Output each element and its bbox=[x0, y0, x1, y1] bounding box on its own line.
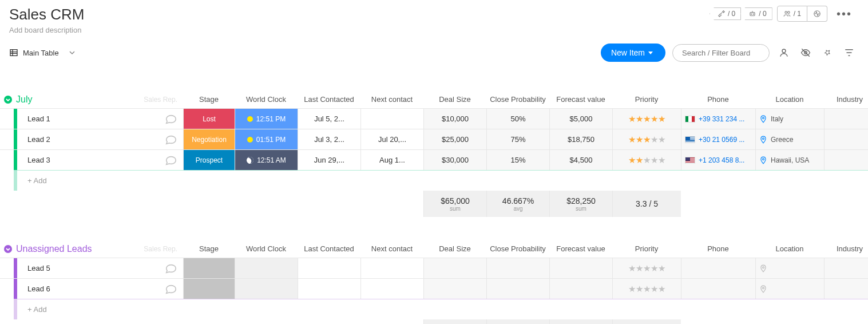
forecast-value-cell[interactable] bbox=[549, 279, 612, 299]
view-selector[interactable]: Main Table bbox=[9, 48, 75, 57]
more-menu[interactable]: ••• bbox=[832, 7, 857, 21]
phone-cell[interactable] bbox=[681, 279, 755, 299]
deal-size-cell[interactable]: $10,000 bbox=[423, 109, 486, 129]
chat-icon[interactable] bbox=[165, 113, 177, 125]
group-toggle[interactable]: JulySales Rep. bbox=[0, 94, 183, 105]
column-header[interactable]: Priority bbox=[612, 90, 681, 108]
world-clock-cell[interactable] bbox=[235, 279, 298, 299]
activity-badge[interactable] bbox=[807, 6, 827, 22]
table-row[interactable]: Lead 6★★★★★ bbox=[0, 278, 868, 299]
item-name-cell[interactable]: Lead 6 bbox=[14, 279, 183, 299]
phone-cell[interactable] bbox=[681, 258, 755, 278]
world-clock-cell[interactable] bbox=[235, 258, 298, 278]
column-header[interactable]: Location bbox=[755, 90, 824, 108]
location-cell[interactable] bbox=[755, 258, 824, 278]
last-contacted-cell[interactable]: Jul 5, 2... bbox=[298, 109, 360, 129]
table-row[interactable]: Lead 2Negotiation01:51 PMJul 3, 2...Jul … bbox=[0, 129, 868, 149]
column-header[interactable]: Priority bbox=[612, 240, 681, 258]
stage-cell[interactable] bbox=[183, 279, 235, 299]
column-header[interactable]: Phone bbox=[681, 90, 755, 108]
last-contacted-cell[interactable]: Jun 29,... bbox=[298, 150, 360, 170]
column-header[interactable]: Industry bbox=[824, 240, 868, 258]
location-cell[interactable]: Hawaii, USA bbox=[755, 150, 824, 170]
table-row[interactable]: Lead 3Prospect12:51 AMJun 29,...Aug 1...… bbox=[0, 149, 868, 170]
priority-cell[interactable]: ★★★★★ bbox=[612, 129, 681, 149]
deal-size-cell[interactable]: $25,000 bbox=[423, 129, 486, 149]
priority-cell[interactable]: ★★★★★ bbox=[612, 109, 681, 129]
column-header[interactable]: Close Probability bbox=[486, 240, 549, 258]
column-header[interactable]: Deal Size bbox=[423, 90, 486, 108]
item-name-cell[interactable]: Lead 1 bbox=[14, 109, 183, 129]
members-badge[interactable]: / 1 bbox=[777, 6, 807, 22]
industry-cell[interactable] bbox=[824, 279, 868, 299]
close-probability-cell[interactable] bbox=[486, 258, 549, 278]
close-probability-cell[interactable]: 75% bbox=[486, 129, 549, 149]
column-header[interactable]: World Clock bbox=[235, 240, 298, 258]
forecast-value-cell[interactable]: $5,000 bbox=[549, 109, 612, 129]
industry-cell[interactable] bbox=[824, 150, 868, 170]
column-header[interactable]: Last Contacted bbox=[298, 90, 360, 108]
next-contact-cell[interactable] bbox=[360, 258, 423, 278]
group-title[interactable]: Unassigned Leads bbox=[16, 244, 92, 254]
chat-icon[interactable] bbox=[165, 262, 177, 275]
column-header[interactable]: Last Contacted bbox=[298, 240, 360, 258]
forecast-value-cell[interactable]: $4,500 bbox=[549, 150, 612, 170]
item-name-cell[interactable]: Lead 5 bbox=[14, 258, 183, 278]
deal-size-cell[interactable] bbox=[423, 258, 486, 278]
column-header[interactable]: Stage bbox=[183, 240, 235, 258]
location-cell[interactable]: Greece bbox=[755, 129, 824, 149]
column-header[interactable]: Forecast value bbox=[549, 90, 612, 108]
pin-button[interactable] bbox=[820, 45, 835, 60]
column-header[interactable]: Stage bbox=[183, 90, 235, 108]
column-header[interactable]: Industry bbox=[824, 90, 868, 108]
next-contact-cell[interactable]: Jul 20,... bbox=[360, 129, 423, 149]
column-header[interactable]: Deal Size bbox=[423, 240, 486, 258]
location-cell[interactable]: Italy bbox=[755, 109, 824, 129]
column-header[interactable]: Next contact bbox=[360, 240, 423, 258]
next-contact-cell[interactable]: Aug 1... bbox=[360, 150, 423, 170]
integration-badge-1[interactable]: / 0 bbox=[710, 7, 741, 20]
chat-icon[interactable] bbox=[165, 154, 177, 167]
industry-cell[interactable] bbox=[824, 258, 868, 278]
column-header[interactable]: Close Probability bbox=[486, 90, 549, 108]
group-toggle[interactable]: Unassigned LeadsSales Rep. bbox=[0, 244, 183, 254]
phone-cell[interactable]: +30 21 0569 ... bbox=[681, 129, 755, 149]
close-probability-cell[interactable]: 50% bbox=[486, 109, 549, 129]
chat-icon[interactable] bbox=[165, 283, 177, 295]
last-contacted-cell[interactable] bbox=[298, 258, 360, 278]
priority-cell[interactable]: ★★★★★ bbox=[612, 150, 681, 170]
world-clock-cell[interactable]: 12:51 PM bbox=[235, 109, 298, 129]
world-clock-cell[interactable]: 01:51 PM bbox=[235, 129, 298, 149]
forecast-value-cell[interactable] bbox=[549, 258, 612, 278]
stage-cell[interactable]: Prospect bbox=[183, 150, 235, 170]
table-row[interactable]: Lead 5★★★★★ bbox=[0, 258, 868, 278]
stage-cell[interactable] bbox=[183, 258, 235, 278]
chat-icon[interactable] bbox=[165, 133, 177, 146]
location-cell[interactable] bbox=[755, 279, 824, 299]
close-probability-cell[interactable] bbox=[486, 279, 549, 299]
priority-cell[interactable]: ★★★★★ bbox=[612, 258, 681, 278]
group-title[interactable]: July bbox=[16, 94, 32, 105]
next-contact-cell[interactable] bbox=[360, 279, 423, 299]
column-header[interactable]: Forecast value bbox=[549, 240, 612, 258]
phone-cell[interactable]: +1 203 458 8... bbox=[681, 150, 755, 170]
forecast-value-cell[interactable]: $18,750 bbox=[549, 129, 612, 149]
person-filter-button[interactable] bbox=[776, 45, 791, 60]
industry-cell[interactable] bbox=[824, 109, 868, 129]
next-contact-cell[interactable] bbox=[360, 109, 423, 129]
add-item-button[interactable]: + Add bbox=[14, 299, 868, 319]
hide-button[interactable] bbox=[798, 45, 813, 60]
item-name-cell[interactable]: Lead 3 bbox=[14, 150, 183, 170]
column-header[interactable]: Next contact bbox=[360, 90, 423, 108]
search-input[interactable] bbox=[672, 44, 770, 62]
stage-cell[interactable]: Negotiation bbox=[183, 129, 235, 149]
close-probability-cell[interactable]: 15% bbox=[486, 150, 549, 170]
column-header[interactable]: World Clock bbox=[235, 90, 298, 108]
board-description[interactable]: Add board description bbox=[9, 26, 84, 34]
column-header[interactable]: Phone bbox=[681, 240, 755, 258]
deal-size-cell[interactable] bbox=[423, 279, 486, 299]
last-contacted-cell[interactable] bbox=[298, 279, 360, 299]
new-item-button[interactable]: New Item bbox=[601, 44, 665, 62]
filter-button[interactable] bbox=[842, 45, 857, 60]
industry-cell[interactable] bbox=[824, 129, 868, 149]
